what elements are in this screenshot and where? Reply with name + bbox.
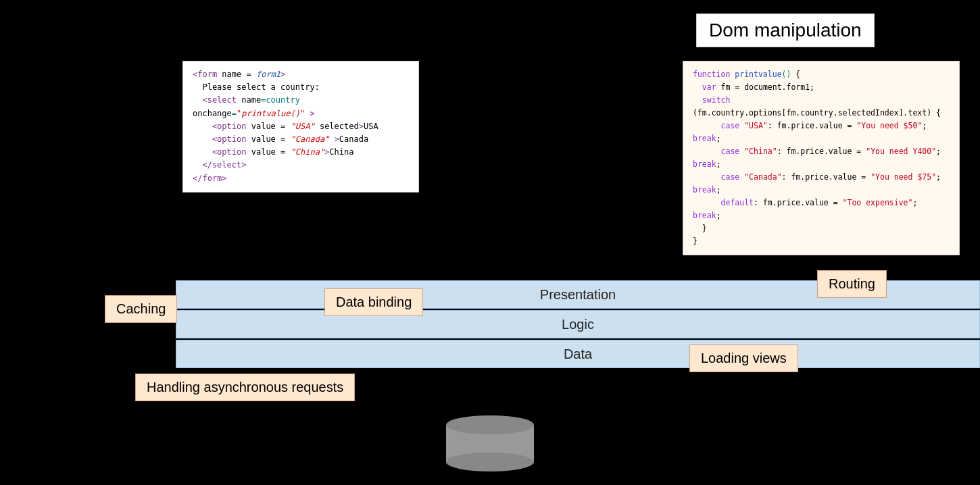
data-label: Data: [564, 347, 592, 362]
logic-bar: Logic: [176, 310, 980, 338]
dom-manipulation-title: Dom manipulation: [696, 14, 875, 47]
code-box-left: <form name = form1> Please select a coun…: [182, 61, 419, 193]
caching-label: Caching: [105, 295, 177, 323]
code-box-right: function printvalue() { var fm = documen…: [683, 61, 960, 255]
loading-views-label: Loading views: [689, 344, 798, 372]
async-label: Handling asynchronous requests: [135, 374, 355, 401]
db-top: [446, 415, 534, 434]
data-bar: Data: [176, 340, 980, 368]
db-bottom: [446, 453, 534, 471]
routing-label: Routing: [817, 270, 887, 298]
logic-label: Logic: [562, 317, 594, 332]
presentation-label: Presentation: [540, 287, 616, 303]
database-icon: [446, 415, 534, 471]
data-binding-label: Data binding: [324, 288, 423, 316]
